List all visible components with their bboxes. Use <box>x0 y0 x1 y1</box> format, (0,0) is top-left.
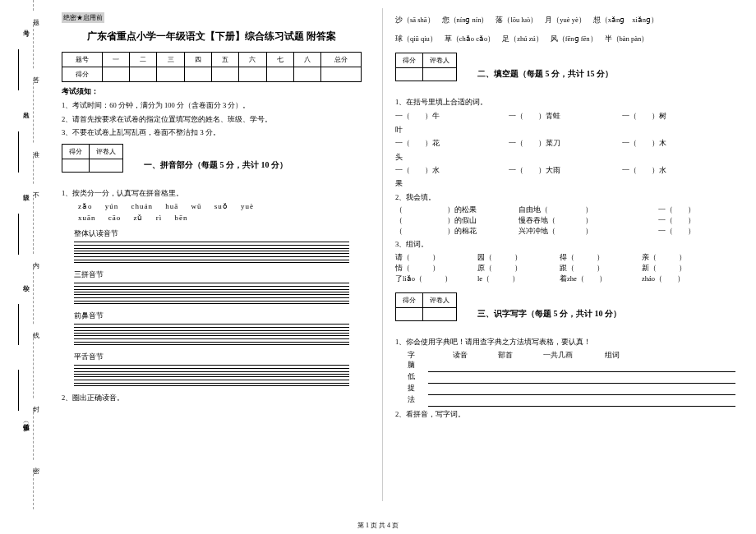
fill-item[interactable]: （ ）的棉花 <box>395 227 519 237</box>
fill-row[interactable]: （ ）的假山慢吞吞地（ ）一（ ） <box>395 216 735 226</box>
pinyin-row: zǎo yún chuán huā wū suǒ yuè <box>78 202 362 210</box>
score-cell[interactable] <box>396 308 423 321</box>
seal-text: 内 <box>30 255 39 265</box>
th: 读音 <box>453 351 498 361</box>
td[interactable] <box>293 67 320 82</box>
seal-text: 密 <box>30 460 39 470</box>
fill-item[interactable]: 新（ ） <box>642 264 686 274</box>
pinyin-choice-row[interactable]: 球（qiū qiu） 草（chǎo cǎo） 足（zhú zú） 风（fēnɡ … <box>395 33 735 45</box>
reviewer-label: 评卷人 <box>423 53 457 67</box>
seal-text: 题 <box>30 12 39 22</box>
th: 五 <box>211 53 238 67</box>
pinyin-grid[interactable] <box>74 283 349 292</box>
fill-item[interactable]: 一（ ）树 <box>622 110 735 122</box>
fill-item[interactable]: 兴冲冲地（ ） <box>519 227 658 237</box>
fill-item[interactable]: 一（ ）花 <box>395 137 509 149</box>
td[interactable] <box>266 67 293 82</box>
reviewer-cell[interactable] <box>423 67 457 81</box>
fill-item[interactable]: 一（ ）木 <box>622 137 735 149</box>
fill-item[interactable]: 一（ ）水 <box>395 164 509 176</box>
fill-item[interactable]: 一（ ）牛 <box>395 110 509 122</box>
th: 总分 <box>321 53 362 67</box>
pinyin-grid[interactable] <box>74 376 349 386</box>
notice-heading: 考试须知： <box>62 86 362 97</box>
fill-row[interactable]: 情（ ）原（ ）跟（ ）新（ ） <box>395 264 735 274</box>
field-line <box>18 214 19 255</box>
confidential-tag: 绝密★启用前 <box>62 12 104 23</box>
pinyin-grid[interactable] <box>74 294 349 304</box>
fill-item[interactable]: 自由地（ ） <box>519 205 658 215</box>
fill-item[interactable]: （ ）的假山 <box>395 216 519 226</box>
fill-item[interactable]: le（ ） <box>477 274 560 284</box>
td[interactable] <box>321 67 362 82</box>
fill-item[interactable]: 请（ ） <box>395 253 477 263</box>
td[interactable] <box>211 67 238 82</box>
th: 组词 <box>605 351 650 361</box>
fill-row[interactable]: 一（ ）花一（ ）菜刀一（ ）木 <box>395 137 735 149</box>
page: 题 答 准 不 内 线 封 密 考号 姓名 班级 学校 乡镇（街道） 绝密★启用… <box>0 0 756 509</box>
fill-item[interactable]: zháo（ ） <box>642 274 685 284</box>
table-row[interactable]: 法 <box>408 395 735 407</box>
table-row[interactable]: 脑 <box>408 361 735 372</box>
pinyin-grid[interactable] <box>74 242 349 251</box>
field-line <box>18 304 19 345</box>
fill-item[interactable]: 亲（ ） <box>642 253 686 263</box>
seal-text: 准 <box>30 144 39 154</box>
pinyin-grid[interactable] <box>74 253 349 263</box>
pinyin-grid[interactable] <box>74 365 349 375</box>
td[interactable] <box>130 67 157 82</box>
fill-item[interactable]: 园（ ） <box>477 253 560 263</box>
score-label: 得分 <box>396 53 423 67</box>
fill-row[interactable]: 了liǎo（ ）le（ ）着zhe（ ）zháo（ ） <box>395 274 735 284</box>
fill-item[interactable]: 原（ ） <box>477 264 560 274</box>
section-title: 一、拼音部分（每题 5 分，共计 10 分） <box>144 159 288 171</box>
fill-item[interactable]: 情（ ） <box>395 264 477 274</box>
reviewer-cell[interactable] <box>90 159 123 172</box>
score-cell[interactable] <box>396 67 423 81</box>
td[interactable] <box>157 67 184 82</box>
fill-row[interactable]: 请（ ）园（ ）得（ ）亲（ ） <box>395 253 735 263</box>
fill-item: 头 <box>395 151 735 163</box>
fill-item[interactable]: 跟（ ） <box>560 264 642 274</box>
answer-line[interactable] <box>428 395 735 407</box>
fill-item[interactable]: 一（ ） <box>658 205 695 215</box>
fill-item[interactable]: 一（ ）大雨 <box>509 164 622 176</box>
table-row[interactable]: 低 <box>408 372 735 384</box>
answer-line[interactable] <box>428 384 735 395</box>
score-box: 得分评卷人 <box>395 292 457 321</box>
td[interactable] <box>239 67 266 82</box>
left-column: 绝密★启用前 广东省重点小学一年级语文【下册】综合练习试题 附答案 题号 一 二… <box>45 0 382 509</box>
table-row[interactable]: 捉 <box>408 384 735 395</box>
fill-item[interactable]: 得（ ） <box>560 253 642 263</box>
td[interactable] <box>102 67 129 82</box>
seal-text: 不 <box>30 185 39 195</box>
fill-row[interactable]: （ ）的松果自由地（ ）一（ ） <box>395 205 735 215</box>
fill-item[interactable]: 着zhe（ ） <box>560 274 642 284</box>
answer-line[interactable] <box>428 372 735 384</box>
th: 题号 <box>62 53 103 67</box>
fill-row[interactable]: 一（ ）水一（ ）大雨一（ ）水 <box>395 164 735 176</box>
fill-row[interactable]: （ ）的棉花兴冲冲地（ ）一（ ） <box>395 227 735 237</box>
fill-item[interactable]: 一（ ） <box>658 216 695 226</box>
td[interactable] <box>184 67 211 82</box>
question-text: 1、按类分一分，认真写在拼音格里。 <box>62 188 362 200</box>
fill-item[interactable]: 一（ ） <box>658 227 695 237</box>
fill-item[interactable]: 慢吞吞地（ ） <box>519 216 658 226</box>
fill-item[interactable]: （ ）的松果 <box>395 205 519 215</box>
th: 七 <box>266 53 293 67</box>
char-cell: 脑 <box>408 361 424 372</box>
score-cell[interactable] <box>62 159 90 172</box>
pinyin-grid[interactable] <box>74 335 349 345</box>
reviewer-cell[interactable] <box>423 308 457 321</box>
fill-item[interactable]: 一（ ）青蛙 <box>509 110 622 122</box>
pinyin-choice-row[interactable]: 沙（sā shā） 您（nínɡ nín） 落（lōu luò） 月（yuè y… <box>395 14 735 26</box>
fill-item[interactable]: 一（ ）水 <box>622 164 735 176</box>
table-row: 题号 一 二 三 四 五 六 七 八 总分 <box>62 53 362 67</box>
pinyin-grid[interactable] <box>74 324 349 334</box>
answer-line[interactable] <box>428 361 735 372</box>
fill-item[interactable]: 一（ ）菜刀 <box>509 137 622 149</box>
th: 三 <box>157 53 184 67</box>
fill-item[interactable]: 了liǎo（ ） <box>395 274 477 284</box>
fill-row: 果 <box>395 177 735 189</box>
fill-row[interactable]: 一（ ）牛一（ ）青蛙一（ ）树 <box>395 110 735 122</box>
